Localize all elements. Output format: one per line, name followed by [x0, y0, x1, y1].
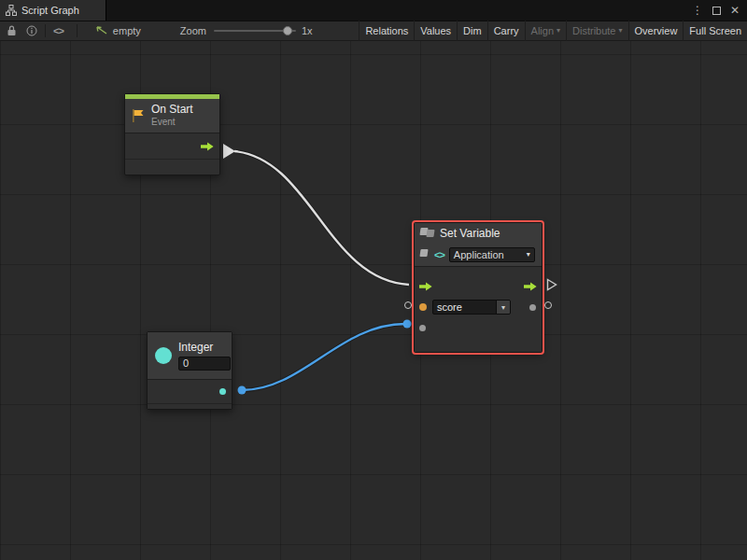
variable-kind-value: Application — [454, 249, 504, 260]
script-graph-window: Script Graph ⋮ ✕ <> — [0, 0, 747, 560]
flow-output-port[interactable] — [201, 142, 214, 151]
overview-button[interactable]: Overview — [628, 21, 684, 41]
toolbar: <> empty Zoom 1x Relations Values Dim Ca… — [0, 21, 747, 41]
values-button[interactable]: Values — [414, 21, 457, 41]
value-wire-endpoint — [238, 386, 247, 395]
node-title: Set Variable — [440, 227, 500, 240]
title-bar: Script Graph ⋮ ✕ — [0, 0, 747, 21]
variable-name-port[interactable] — [419, 303, 427, 311]
zoom-label: Zoom — [180, 25, 206, 36]
full-screen-button[interactable]: Full Screen — [683, 21, 747, 41]
variable-card-icon — [420, 249, 430, 260]
unconnected-output-indicator[interactable] — [544, 301, 552, 309]
unconnected-flow-output-indicator[interactable] — [546, 278, 557, 291]
menu-dots-icon[interactable]: ⋮ — [692, 4, 703, 17]
value-input-port[interactable] — [419, 325, 426, 331]
variable-name-value: score — [433, 301, 496, 314]
chevron-down-icon: ▾ — [496, 301, 510, 314]
relations-button[interactable]: Relations — [359, 21, 414, 41]
info-icon[interactable] — [26, 21, 37, 41]
maximize-icon[interactable] — [712, 7, 721, 15]
code-chevrons-icon: <> — [434, 249, 444, 260]
value-wire-shadow — [242, 324, 405, 390]
toolbar-separator — [77, 24, 78, 37]
value-output-port[interactable] — [529, 304, 536, 311]
selection-arrow-icon — [96, 21, 108, 41]
node-footer — [148, 403, 232, 409]
variable-kind-dropdown[interactable]: Application ▾ — [449, 247, 535, 262]
value-wire-integer-to-setvariable[interactable] — [242, 324, 405, 390]
zoom-slider-handle[interactable] — [283, 26, 292, 35]
value-wire-endpoint — [403, 320, 412, 329]
chevron-down-icon: ▾ — [527, 251, 530, 259]
flag-icon — [131, 108, 146, 123]
integer-output-port[interactable] — [219, 388, 226, 395]
flow-wire-onstart-to-setvariable[interactable] — [234, 151, 409, 285]
toolbar-separator — [45, 24, 46, 37]
zoom-slider[interactable] — [214, 30, 296, 32]
chevron-down-icon: ▾ — [619, 27, 623, 35]
flow-wire-shadow — [234, 151, 409, 285]
integer-icon — [155, 347, 172, 364]
connections-layer — [0, 41, 747, 560]
node-on-start[interactable]: On Start Event — [124, 93, 220, 175]
lock-icon[interactable] — [7, 21, 17, 41]
flow-input-port[interactable] — [419, 282, 432, 291]
flow-output-port[interactable] — [524, 282, 537, 291]
graph-canvas[interactable]: On Start Event Integer 0 — [0, 41, 747, 560]
selection-status: empty — [113, 25, 141, 36]
tab-title: Script Graph — [21, 5, 79, 16]
variables-icon — [420, 228, 435, 239]
node-footer — [125, 159, 219, 167]
node-integer[interactable]: Integer 0 — [147, 331, 233, 410]
unconnected-input-indicator[interactable] — [404, 301, 412, 309]
distribute-button: Distribute ▾ — [566, 21, 627, 41]
zoom-value: 1x — [302, 25, 313, 36]
variable-name-dropdown[interactable]: score ▾ — [432, 300, 511, 315]
code-inspect-icon[interactable]: <> — [53, 21, 63, 41]
integer-value-field[interactable]: 0 — [178, 357, 231, 371]
carry-button[interactable]: Carry — [487, 21, 525, 41]
flow-wire-start-arrow — [223, 144, 235, 159]
node-title: On Start — [151, 104, 193, 116]
dim-button[interactable]: Dim — [457, 21, 487, 41]
node-set-variable[interactable]: Set Variable <> Application ▾ — [414, 222, 543, 353]
align-button: Align ▾ — [525, 21, 566, 41]
close-icon[interactable]: ✕ — [730, 4, 740, 17]
node-title: Integer — [178, 341, 231, 354]
node-subtitle: Event — [151, 117, 193, 127]
chevron-down-icon: ▾ — [557, 27, 560, 35]
graph-icon — [6, 5, 17, 16]
tab-script-graph[interactable]: Script Graph — [0, 0, 106, 21]
